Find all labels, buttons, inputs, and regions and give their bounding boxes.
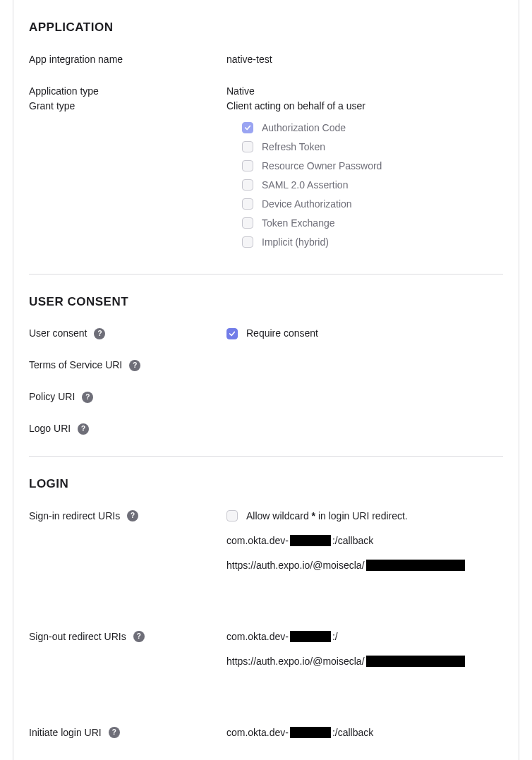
grant-type-item: Token Exchange — [242, 216, 503, 231]
label-signin-redirect: Sign-in redirect URIs — [29, 509, 120, 524]
label-tos-uri: Terms of Service URI — [29, 358, 122, 373]
help-icon[interactable]: ? — [133, 631, 145, 642]
row-user-consent: User consent ? Require consent — [29, 326, 503, 341]
section-login: LOGIN Sign-in redirect URIs ? Allow wild… — [29, 456, 503, 740]
label-app-integration-name: App integration name — [29, 52, 123, 67]
section-title-user-consent: USER CONSENT — [29, 293, 503, 311]
uri-text: :/callback — [332, 533, 373, 548]
grant-type-item: Authorization Code — [242, 121, 503, 135]
grant-type-label: Authorization Code — [262, 121, 346, 135]
label-signout-redirect: Sign-out redirect URIs — [29, 629, 126, 644]
help-icon[interactable]: ? — [94, 328, 105, 339]
section-user-consent: USER CONSENT User consent ? Require cons… — [29, 274, 503, 437]
row-initiate-login: Initiate login URI ? com.okta.dev-:/call… — [29, 725, 503, 740]
redacted-segment — [290, 535, 331, 546]
row-logo-uri: Logo URI ? — [29, 421, 503, 436]
uri-text: :/callback — [332, 725, 373, 740]
checkbox-allow-wildcard[interactable] — [226, 510, 238, 521]
redacted-segment — [290, 727, 331, 738]
grant-type-item: Device Authorization — [242, 197, 503, 212]
checkbox-grant-type[interactable] — [242, 217, 253, 229]
grant-type-label: Token Exchange — [262, 216, 335, 231]
help-icon[interactable]: ? — [82, 392, 93, 403]
signout-uri-2: https://auth.expo.io/@moisecla/ — [226, 654, 503, 669]
redacted-segment — [290, 631, 331, 642]
allow-wildcard-pre: Allow wildcard — [246, 510, 312, 521]
value-app-integration-name: native-test — [226, 54, 272, 65]
label-initiate-login: Initiate login URI — [29, 725, 102, 740]
label-application-type: Application type — [29, 84, 99, 99]
redacted-segment — [366, 656, 465, 667]
row-application-type: Application type Native — [29, 84, 503, 99]
checkbox-require-consent[interactable] — [226, 328, 238, 339]
checkbox-grant-type[interactable] — [242, 179, 253, 191]
row-policy-uri: Policy URI ? — [29, 390, 503, 404]
help-icon[interactable]: ? — [129, 360, 140, 371]
section-title-login: LOGIN — [29, 475, 503, 493]
uri-text: https://auth.expo.io/@moisecla/ — [226, 654, 365, 669]
grant-type-label: Refresh Token — [262, 140, 325, 155]
allow-wildcard-post: in login URI redirect. — [315, 510, 408, 521]
row-tos-uri: Terms of Service URI ? — [29, 358, 503, 373]
checkbox-grant-type[interactable] — [242, 160, 253, 171]
uri-text: :/ — [332, 629, 338, 644]
section-title-application: APPLICATION — [29, 18, 503, 37]
row-signin-redirect: Sign-in redirect URIs ? Allow wildcard *… — [29, 509, 503, 613]
initiate-uri: com.okta.dev-:/callback — [226, 725, 503, 740]
grant-type-label: Device Authorization — [262, 197, 352, 212]
settings-panel: APPLICATION App integration name native-… — [13, 0, 519, 760]
row-grant-type: Grant type Client acting on behalf of a … — [29, 99, 503, 254]
grant-type-label: Resource Owner Password — [262, 159, 382, 174]
checkbox-grant-type[interactable] — [242, 198, 253, 210]
redacted-segment — [366, 560, 465, 571]
value-application-type: Native — [226, 85, 255, 97]
grant-type-item: Implicit (hybrid) — [242, 235, 503, 250]
checkbox-grant-type[interactable] — [242, 141, 253, 152]
grant-type-label: SAML 2.0 Assertion — [262, 178, 348, 193]
grant-type-item: SAML 2.0 Assertion — [242, 178, 503, 193]
label-logo-uri: Logo URI — [29, 421, 71, 436]
help-icon[interactable]: ? — [127, 510, 138, 521]
uri-text: com.okta.dev- — [226, 725, 289, 740]
grant-type-item: Refresh Token — [242, 140, 503, 155]
label-grant-type: Grant type — [29, 99, 75, 114]
uri-text: com.okta.dev- — [226, 629, 289, 644]
help-icon[interactable]: ? — [78, 423, 89, 435]
grant-type-item: Resource Owner Password — [242, 159, 503, 174]
label-allow-wildcard: Allow wildcard * in login URI redirect. — [246, 509, 408, 524]
label-policy-uri: Policy URI — [29, 390, 75, 404]
checkbox-grant-type[interactable] — [242, 236, 253, 248]
label-require-consent: Require consent — [246, 326, 318, 341]
grant-type-list: Authorization CodeRefresh TokenResource … — [242, 121, 503, 250]
grant-type-label: Implicit (hybrid) — [262, 235, 329, 250]
signout-uri-1: com.okta.dev-:/ — [226, 629, 503, 644]
signin-uri-1: com.okta.dev-:/callback — [226, 533, 503, 548]
section-application: APPLICATION App integration name native-… — [29, 0, 503, 254]
signin-uri-2: https://auth.expo.io/@moisecla/ — [226, 558, 503, 573]
help-icon[interactable]: ? — [109, 727, 120, 738]
uri-text: com.okta.dev- — [226, 533, 289, 548]
checkbox-grant-type[interactable] — [242, 122, 253, 133]
label-user-consent: User consent — [29, 326, 87, 341]
uri-text: https://auth.expo.io/@moisecla/ — [226, 558, 365, 573]
row-signout-redirect: Sign-out redirect URIs ? com.okta.dev-:/… — [29, 629, 503, 708]
row-app-integration-name: App integration name native-test — [29, 52, 503, 67]
grant-type-desc: Client acting on behalf of a user — [226, 99, 503, 114]
